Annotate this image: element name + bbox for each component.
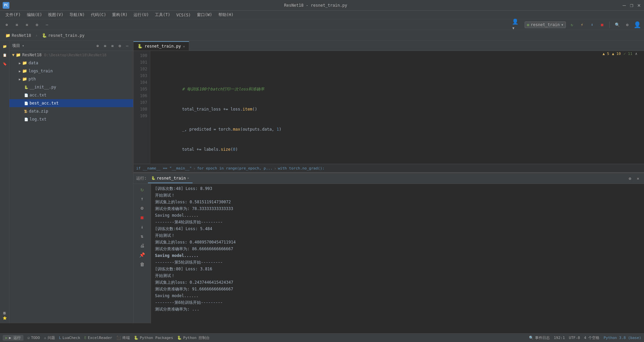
term-line-16: 测试分类准确率为: 91.66666666666667 — [155, 286, 624, 292]
run-tab-close[interactable]: ✕ — [187, 176, 189, 180]
rerun-button[interactable]: ↻ — [138, 185, 146, 193]
toolbar-new-file-icon[interactable]: ⊕ — [3, 21, 11, 29]
event-log-tab[interactable]: 🔍 事件日志 — [529, 335, 550, 340]
python-packages-label: Python Packages — [140, 336, 173, 340]
editor-tab-bar: 🐍 resnet_train.py ✕ — [133, 41, 644, 51]
status-bar: ▶ ▶ 运行 ☑ TODO ⚠ 问题 L LuaCheck E ExcelRea… — [0, 333, 644, 342]
left-icon-structure[interactable]: 📋 — [1, 51, 9, 59]
python-version[interactable]: Python 3.8 (base) — [603, 336, 641, 340]
toolbar-build-icon[interactable]: ⚡ — [578, 21, 586, 29]
tree-minimize-btn[interactable]: — — [124, 43, 130, 49]
toolbar-settings-icon[interactable]: ⚙ — [33, 21, 41, 29]
code-breadcrumb-main[interactable]: if __name__ == "__main__" — [136, 166, 192, 170]
toolbar-stop-icon[interactable]: ■ — [598, 21, 606, 29]
tree-item-acc[interactable]: 📄 acc.txt — [9, 91, 133, 99]
bottom-settings-icon[interactable]: ⚙ — [627, 175, 633, 182]
issues-tab[interactable]: ⚠ 问题 — [44, 335, 55, 340]
editor-bottom-container: 🐍 resnet_train.py ✕ 100 101 102 103 104 … — [133, 41, 644, 323]
todo-tab[interactable]: ☑ TODO — [28, 336, 40, 340]
menu-tools[interactable]: 工具(T) — [152, 11, 173, 18]
toolbar-refresh-icon[interactable]: ↻ — [568, 21, 576, 29]
toolbar-avatar-icon[interactable]: 👤 — [633, 21, 641, 29]
toolbar-collapse-icon[interactable]: ≡ — [23, 21, 31, 29]
tree-collapse-btn[interactable]: ≡ — [109, 43, 116, 49]
line-num-108: 108 — [133, 106, 147, 113]
menu-view[interactable]: 视图(V) — [45, 11, 66, 18]
breadcrumb-resnet18[interactable]: 📁 ResNet18 — [3, 32, 34, 39]
left-icon-git[interactable]: 版本 — [1, 305, 9, 313]
menu-run[interactable]: 运行(U) — [131, 11, 152, 18]
python-packages-tab[interactable]: 🐍 Python Packages — [134, 336, 173, 340]
tab-close-icon[interactable]: ✕ — [183, 45, 185, 48]
scroll-down-button[interactable]: ↓ — [138, 223, 146, 231]
code-content[interactable]: # 每训练100个batch打印一次loss和准确率 total_train_l… — [150, 51, 644, 164]
scroll-up-button[interactable]: ↑ — [138, 195, 146, 203]
delete-button[interactable]: 🗑 — [138, 260, 146, 268]
menu-window[interactable]: 窗口(W) — [194, 11, 215, 18]
toolbar-gear-icon[interactable]: ⚙ — [623, 21, 631, 29]
tree-item-logs-train[interactable]: ▶ 📁 logs_train — [9, 67, 133, 75]
terminal-output[interactable]: [训练次数:48] Loss: 8.993 开始测试！ 测试集上的loss: 0… — [151, 184, 644, 323]
tree-item-init[interactable]: 🐍 __init__.py — [9, 83, 133, 91]
cursor-position[interactable]: 192:1 — [554, 336, 565, 340]
pin-button[interactable]: 📌 — [138, 251, 146, 259]
indent[interactable]: 4 个空格 — [584, 335, 599, 340]
stop-button[interactable]: ■ — [138, 213, 146, 221]
tree-settings-btn[interactable]: ⚙ — [116, 43, 123, 49]
menu-help[interactable]: 帮助(H) — [216, 11, 236, 18]
encoding[interactable]: UTF-8 — [569, 336, 580, 340]
toolbar-debug-icon[interactable]: ⬇ — [588, 21, 596, 29]
terminal-tab[interactable]: ⬛ 终端 — [116, 335, 130, 340]
toolbar-expand-icon[interactable]: ≡ — [13, 21, 21, 29]
pth-folder-icon: 📁 — [22, 77, 27, 81]
run-config-dropdown[interactable]: ● resnet_train ▾ — [525, 21, 566, 28]
menu-file[interactable]: 文件(F) — [3, 11, 23, 18]
tree-item-log[interactable]: 📄 log.txt — [9, 115, 133, 123]
menu-code[interactable]: 代码(C) — [88, 11, 109, 18]
term-line-17: Saving model...... — [155, 292, 624, 299]
toolbar-search-icon[interactable]: 🔍 — [613, 21, 621, 29]
tree-add-btn[interactable]: ⊕ — [94, 43, 101, 49]
toolbar-minus-icon[interactable]: — — [43, 21, 51, 29]
luacheck-tab[interactable]: L LuaCheck — [59, 336, 80, 340]
left-icon-bookmarks[interactable]: 🔖 — [1, 60, 9, 68]
minimize-button[interactable]: — — [622, 3, 627, 8]
issues-label: 问题 — [48, 335, 55, 340]
settings-button[interactable]: ⚙ — [138, 204, 146, 212]
left-icon-favorites[interactable]: ⭐ — [1, 314, 9, 322]
file-tree-dropdown-icon[interactable]: ▾ — [22, 44, 24, 48]
maximize-button[interactable]: ❐ — [629, 3, 634, 8]
toolbar-user-icon[interactable]: 👤 ▾ — [512, 21, 520, 29]
excel-reader-tab[interactable]: E ExcelReader — [84, 336, 112, 340]
python-console-icon: 🐍 — [177, 336, 182, 340]
tree-item-root[interactable]: ▼ 📁 ResNet18 D:\Desktop\ResNet18\ResNet1… — [9, 51, 133, 59]
checks-count: ✓ 11 — [624, 52, 633, 56]
tree-item-data[interactable]: ▶ 📁 data — [9, 59, 133, 67]
tree-item-best-acc[interactable]: 📄 best_acc.txt — [9, 99, 133, 107]
print-button[interactable]: 🖨 — [138, 242, 146, 250]
tree-item-data-zip[interactable]: 🗜 data.zip — [9, 107, 133, 115]
menu-refactor[interactable]: 重构(R) — [109, 11, 130, 18]
tree-item-pth[interactable]: ▶ 📁 pth — [9, 75, 133, 83]
line-num-105: 105 — [133, 86, 147, 92]
bottom-close-panel-icon[interactable]: ✕ — [635, 175, 641, 182]
data-folder-icon: 📁 — [22, 61, 27, 65]
run-button[interactable]: ▶ ▶ 运行 — [3, 335, 23, 341]
code-breadcrumb-with[interactable]: with torch.no_grad(): — [278, 166, 324, 170]
sort-button[interactable]: ⇅ — [138, 232, 146, 240]
menu-nav[interactable]: 导航(N) — [67, 11, 88, 18]
code-breadcrumb-for[interactable]: for epoch in range(pre_epoch, p... — [197, 166, 272, 170]
close-button[interactable]: ✕ — [637, 3, 641, 8]
breadcrumb-file[interactable]: 🐍 resnet_train.py — [39, 32, 87, 39]
term-line-15: 测试集上的loss: 0.2437446415424347 — [155, 279, 624, 286]
menu-edit[interactable]: 编辑(E) — [24, 11, 45, 18]
python-console-tab[interactable]: 🐍 Python 控制台 — [177, 335, 210, 340]
bottom-tab-run[interactable]: 🐍 resnet_train ✕ — [148, 174, 193, 183]
menu-vcs[interactable]: VCS(S) — [174, 12, 194, 18]
tab-resnet-train[interactable]: 🐍 resnet_train.py ✕ — [133, 41, 189, 51]
tree-expand-btn[interactable]: ≡ — [102, 43, 108, 49]
expand-icon[interactable]: ∧ — [635, 52, 637, 56]
terminal-label: 终端 — [122, 335, 130, 340]
left-icon-project[interactable]: 📁 — [1, 42, 9, 50]
term-line-6: --------第4轮训练开始--------- — [155, 219, 624, 225]
